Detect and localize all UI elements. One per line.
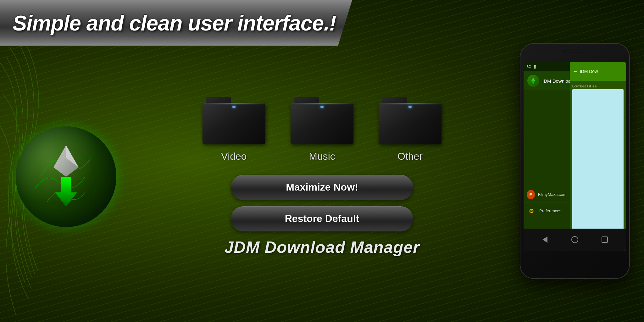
folder-tab-other [382,97,407,103]
folder-item-other[interactable]: Other [379,97,441,162]
phone-navbar [524,229,626,251]
folder-light-music [320,106,324,108]
filmymaza-letter: F [530,192,532,197]
maximize-button[interactable]: Maximize Now! [231,175,413,200]
download-list-status: Download list is e [572,85,597,88]
folder-light [232,106,236,108]
other-folder-icon [379,97,441,144]
logo-area [0,0,132,322]
header-title: Simple and clean user interface.! [13,11,336,35]
menu-item-preferences[interactable]: ⚙ Preferences [524,203,570,219]
logo-sphere [16,126,116,227]
home-circle-icon [571,236,578,243]
menu-items: F FilmyMaza.com ⚙ Preferences [524,186,570,219]
prefs-gear-icon: ⚙ [529,208,534,214]
phone-area: 3G 🔋 9:43 IDM Downloader [512,0,644,322]
folder-label-music: Music [309,151,335,162]
music-folder-icon [291,97,353,144]
folder-label-other: Other [397,151,423,162]
folder-item-music[interactable]: Music [291,97,353,162]
svg-marker-3 [55,177,77,207]
menu-item-filmymaza[interactable]: F FilmyMaza.com [524,186,570,203]
folder-tab [206,97,231,103]
folder-light-other [408,106,412,108]
status-left-icons: 3G 🔋 [527,65,537,69]
back-arrow-icon[interactable]: ← [573,69,578,74]
right-panel-title: IDM Dow [580,69,598,74]
sphere-svg [16,126,116,227]
right-panel-header: ← IDM Dow [570,62,626,81]
phone-speaker [562,50,587,53]
idm-logo [16,126,116,227]
folder-body [203,103,265,144]
signal-text: 3G [527,65,531,69]
header-banner: Simple and clean user interface.! [0,0,352,46]
back-nav-button[interactable] [540,235,550,244]
buttons-area: Maximize Now! Restore Default [231,175,413,231]
app-icon [527,75,539,87]
center-panel: Video Music [132,59,512,263]
phone-mockup: 3G 🔋 9:43 IDM Downloader [520,43,630,279]
back-triangle-icon [542,236,547,243]
folder-tab-music [294,97,319,103]
video-folder-icon [203,97,265,144]
app-name-area: JDM Download Manager [225,238,420,257]
prefs-icon: ⚙ [527,206,536,216]
right-panel-content: Download list is e [570,81,626,251]
phone-right-panel: ← IDM Dow Download list is e [570,62,626,251]
preferences-label: Preferences [539,208,561,213]
filmymaza-icon: F [527,190,535,199]
filmymaza-label: FilmyMaza.com [538,192,567,197]
restore-default-button[interactable]: Restore Default [231,206,413,231]
download-list-area [572,89,624,248]
folder-label-video: Video [221,151,247,162]
battery-icon: 🔋 [533,65,537,69]
recents-nav-button[interactable] [600,235,609,244]
home-nav-button[interactable] [570,235,580,244]
recents-square-icon [602,236,608,243]
svg-marker-5 [532,80,534,84]
folder-item-video[interactable]: Video [203,97,265,162]
folder-body-music [291,103,353,144]
folders-row: Video Music [203,97,441,162]
main-content: Video Music [0,0,644,322]
app-name-label: JDM Download Manager [225,238,420,256]
phone-screen: 3G 🔋 9:43 IDM Downloader [524,62,626,251]
folder-body-other [379,103,441,144]
